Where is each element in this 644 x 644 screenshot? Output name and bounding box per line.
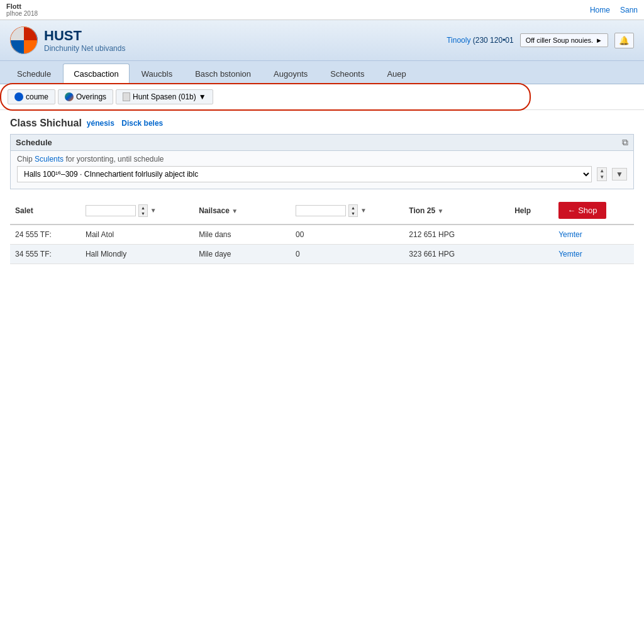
sub-toolbar: coume Overings Hunt Spasen (01b) ▼ <box>0 84 644 110</box>
row1-help <box>509 225 553 245</box>
coume-button[interactable]: coume <box>8 89 55 104</box>
name-dropdown-btn[interactable]: ▼ <box>150 207 157 214</box>
name-spinner[interactable]: ▲ ▼ <box>138 204 148 217</box>
tab-augoynts[interactable]: Augoynts <box>263 64 318 84</box>
empty-spinner[interactable]: ▲ ▼ <box>348 204 358 217</box>
tab-cascbaction[interactable]: Cascbaction <box>63 64 130 84</box>
chip-text-row: Chip Sculents for yorstonting, until sch… <box>17 155 627 164</box>
dropdown-caret: ▼ <box>199 92 206 101</box>
tab-waucbls[interactable]: Waucbls <box>131 64 183 84</box>
data-table: Salet ▲ ▼ ▼ Nailsace ▼ <box>10 197 634 264</box>
logo-area: HUST Dinchunity Net ubivands <box>10 26 125 54</box>
schedule-section-header: Schedule ⧉ <box>10 134 634 151</box>
top-nav: Home Sann <box>590 6 638 14</box>
hunt-spasen-button[interactable]: Hunt Spasen (01b) ▼ <box>116 89 213 104</box>
row2-action-link[interactable]: Yemter <box>558 250 582 258</box>
schedule-info-box: Chip Sculents for yorstonting, until sch… <box>10 151 634 189</box>
row2-empty: 0 <box>291 245 404 264</box>
header-right: Tinooly (230 120•01 Off ciller Soup noui… <box>447 33 634 48</box>
shop-arrow: ← <box>567 206 575 215</box>
table-row: 34 555 TF: Hall Mlondly Mile daye 0 323 … <box>10 245 634 264</box>
notification-icon: 🔔 <box>619 36 630 45</box>
tion-sort-btn[interactable]: ▼ <box>437 208 443 214</box>
schedule-chevron[interactable]: ▼ <box>612 168 627 180</box>
logo-text-area: HUST Dinchunity Net ubivands <box>44 28 125 53</box>
resize-icon[interactable]: ⧉ <box>622 137 628 148</box>
salet-filter-input[interactable] <box>86 205 136 216</box>
th-tion: Tion 25 ▼ <box>404 197 509 225</box>
main-content: Class Shichual yénesis Disck beles Sched… <box>0 110 644 272</box>
coume-label: coume <box>26 92 48 101</box>
office-dropdown[interactable]: Off ciller Soup nouies. ► <box>520 33 608 47</box>
nailsace-sort-btn[interactable]: ▼ <box>231 208 238 214</box>
home-link[interactable]: Home <box>590 6 610 14</box>
schedule-section-title: Schedule <box>16 138 52 147</box>
dropdown-label: Off ciller Soup nouies. <box>526 36 593 44</box>
shop-button[interactable]: ← Shop <box>558 202 606 219</box>
table-body: 24 555 TF: Mail Atol Mile dans 00 212 65… <box>10 225 634 264</box>
user-phone: (230 120•01 <box>473 36 514 45</box>
row2-help <box>509 245 553 264</box>
globe-icon <box>65 92 74 101</box>
row1-action: Yemter <box>553 225 634 245</box>
hunt-spasen-label: Hunt Spasen (01b) <box>133 92 196 101</box>
doc-icon <box>123 92 130 101</box>
th-salet: Salet <box>10 197 80 225</box>
schedule-select-row: Halls 100¹⁶–309 · CInnechartient folrlus… <box>17 164 627 185</box>
logo-icon <box>10 26 38 54</box>
page-title-links: yénesis Disck beles <box>87 119 168 128</box>
tab-basch[interactable]: Basch bstonion <box>184 64 262 84</box>
chip-suffix: for yorstonting, until schedule <box>65 155 164 164</box>
sculents-link[interactable]: Sculents <box>35 155 64 164</box>
user-info: Tinooly (230 120•01 <box>447 36 514 45</box>
row1-nailsace: Mile dans <box>194 225 291 245</box>
page-title-area: Class Shichual yénesis Disck beles <box>10 118 634 129</box>
tab-navigation: Schedule Cascbaction Waucbls Basch bston… <box>0 61 644 84</box>
coume-icon <box>14 92 23 101</box>
table-row: 24 555 TF: Mail Atol Mile dans 00 212 65… <box>10 225 634 245</box>
row2-salet: 34 555 TF: <box>10 245 80 264</box>
row2-action: Yemter <box>553 245 634 264</box>
th-help: Help <box>509 197 553 225</box>
dropdown-arrow: ► <box>596 36 602 44</box>
th-empty-input: ▲ ▼ ▼ <box>291 197 404 225</box>
user-name: Tinooly <box>447 36 470 45</box>
table-header-row: Salet ▲ ▼ ▼ Nailsace ▼ <box>10 197 634 225</box>
sann-link[interactable]: Sann <box>620 6 638 14</box>
nailsace-filter-input[interactable] <box>296 205 346 216</box>
row2-tion: 323 661 HPG <box>404 245 509 264</box>
th-name-input: ▲ ▼ ▼ <box>80 197 194 225</box>
disck-beles-link[interactable]: Disck beles <box>121 119 163 128</box>
schedule-select[interactable]: Halls 100¹⁶–309 · CInnechartient folrlus… <box>17 166 592 182</box>
schedule-spinner[interactable]: ▲ ▼ <box>597 167 607 181</box>
row2-nailsace: Mile daye <box>194 245 291 264</box>
row1-action-link[interactable]: Yemter <box>558 230 582 239</box>
logo-subtitle: Dinchunity Net ubivands <box>44 44 125 53</box>
yenesis-link[interactable]: yénesis <box>87 119 114 128</box>
top-bar-brand-area: Flott pIhoe 2018 <box>6 3 38 17</box>
row2-name: Hall Mlondly <box>80 245 194 264</box>
header: HUST Dinchunity Net ubivands Tinooly (23… <box>0 20 644 61</box>
row1-tion: 212 651 HPG <box>404 225 509 245</box>
overings-label: Overings <box>76 92 106 101</box>
row1-empty: 00 <box>291 225 404 245</box>
tab-scheonts[interactable]: Scheonts <box>319 64 375 84</box>
brand-sub: pIhoe 2018 <box>6 10 38 17</box>
page-title: Class Shichual <box>10 118 82 129</box>
brand-name: Flott <box>6 3 38 10</box>
tab-auep[interactable]: Auep <box>376 64 416 84</box>
row1-salet: 24 555 TF: <box>10 225 80 245</box>
row1-name: Mail Atol <box>80 225 194 245</box>
overings-button[interactable]: Overings <box>58 89 113 104</box>
th-nailsace: Nailsace ▼ <box>194 197 291 225</box>
th-shop: ← Shop <box>553 197 634 225</box>
notification-button[interactable]: 🔔 <box>614 33 634 48</box>
top-bar: Flott pIhoe 2018 Home Sann <box>0 0 644 20</box>
empty-dropdown-btn[interactable]: ▼ <box>360 207 367 214</box>
chip-text: Chip <box>17 155 33 164</box>
shop-label: Shop <box>578 206 597 215</box>
tab-schedule[interactable]: Schedule <box>6 64 62 84</box>
logo-title: HUST <box>44 28 125 44</box>
